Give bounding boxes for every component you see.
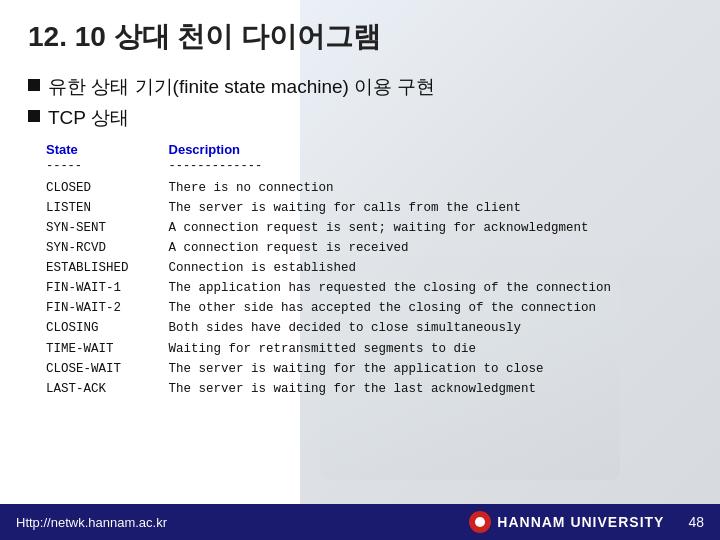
bullet-item-2: TCP 상태 <box>28 105 692 132</box>
table-row: SYN-SENTA connection request is sent; wa… <box>46 218 611 238</box>
bullet-item-1: 유한 상태 기기(finite state machine) 이용 구현 <box>28 74 692 101</box>
description-cell: Connection is established <box>169 258 612 278</box>
footer-logo: HANNAM UNIVERSITY <box>469 511 664 533</box>
page-number: 48 <box>688 514 704 530</box>
table-row: FIN-WAIT-2The other side has accepted th… <box>46 298 611 318</box>
state-cell: CLOSING <box>46 318 169 338</box>
state-table: State Description ------------------CLOS… <box>46 141 611 399</box>
description-cell: The server is waiting for calls from the… <box>169 198 612 218</box>
state-cell: FIN-WAIT-2 <box>46 298 169 318</box>
description-cell: There is no connection <box>169 178 612 198</box>
state-column-header: State <box>46 141 169 158</box>
table-divider-row: ------------------ <box>46 158 611 177</box>
description-cell: Waiting for retransmitted segments to di… <box>169 339 612 359</box>
state-cell: LISTEN <box>46 198 169 218</box>
footer: Http://netwk.hannam.ac.kr HANNAM UNIVERS… <box>0 504 720 540</box>
divider-state: ----- <box>46 158 169 177</box>
footer-url: Http://netwk.hannam.ac.kr <box>16 515 167 530</box>
university-logo-icon <box>469 511 491 533</box>
university-logo-inner <box>475 517 485 527</box>
table-row: LAST-ACKThe server is waiting for the la… <box>46 379 611 399</box>
description-cell: The application has requested the closin… <box>169 278 612 298</box>
table-row: CLOSE-WAITThe server is waiting for the … <box>46 359 611 379</box>
bullet-square-icon-2 <box>28 110 40 122</box>
page-title: 12. 10 상대 천이 다이어그램 <box>28 18 692 56</box>
state-cell: SYN-SENT <box>46 218 169 238</box>
bullet-square-icon <box>28 79 40 91</box>
table-row: LISTENThe server is waiting for calls fr… <box>46 198 611 218</box>
description-cell: A connection request is sent; waiting fo… <box>169 218 612 238</box>
table-row: CLOSEDThere is no connection <box>46 178 611 198</box>
table-header-row: State Description <box>46 141 611 158</box>
table-row: CLOSINGBoth sides have decided to close … <box>46 318 611 338</box>
bullet-text-2: TCP 상태 <box>48 105 129 132</box>
state-cell: LAST-ACK <box>46 379 169 399</box>
bullet-section: 유한 상태 기기(finite state machine) 이용 구현 TCP… <box>28 74 692 131</box>
table-row: ESTABLISHEDConnection is established <box>46 258 611 278</box>
table-row: SYN-RCVDA connection request is received <box>46 238 611 258</box>
table-row: TIME-WAITWaiting for retransmitted segme… <box>46 339 611 359</box>
divider-description: ------------- <box>169 158 612 177</box>
bullet-text-1: 유한 상태 기기(finite state machine) 이용 구현 <box>48 74 435 101</box>
footer-right: HANNAM UNIVERSITY 48 <box>469 511 704 533</box>
table-row: FIN-WAIT-1The application has requested … <box>46 278 611 298</box>
state-cell: SYN-RCVD <box>46 238 169 258</box>
main-content: 12. 10 상대 천이 다이어그램 유한 상태 기기(finite state… <box>0 0 720 399</box>
state-cell: TIME-WAIT <box>46 339 169 359</box>
state-cell: ESTABLISHED <box>46 258 169 278</box>
description-cell: The server is waiting for the applicatio… <box>169 359 612 379</box>
description-cell: The other side has accepted the closing … <box>169 298 612 318</box>
university-name: HANNAM UNIVERSITY <box>497 514 664 530</box>
state-table-section: State Description ------------------CLOS… <box>46 141 692 399</box>
description-cell: Both sides have decided to close simulta… <box>169 318 612 338</box>
description-cell: A connection request is received <box>169 238 612 258</box>
state-cell: CLOSED <box>46 178 169 198</box>
description-column-header: Description <box>169 141 612 158</box>
description-cell: The server is waiting for the last ackno… <box>169 379 612 399</box>
state-cell: FIN-WAIT-1 <box>46 278 169 298</box>
state-cell: CLOSE-WAIT <box>46 359 169 379</box>
